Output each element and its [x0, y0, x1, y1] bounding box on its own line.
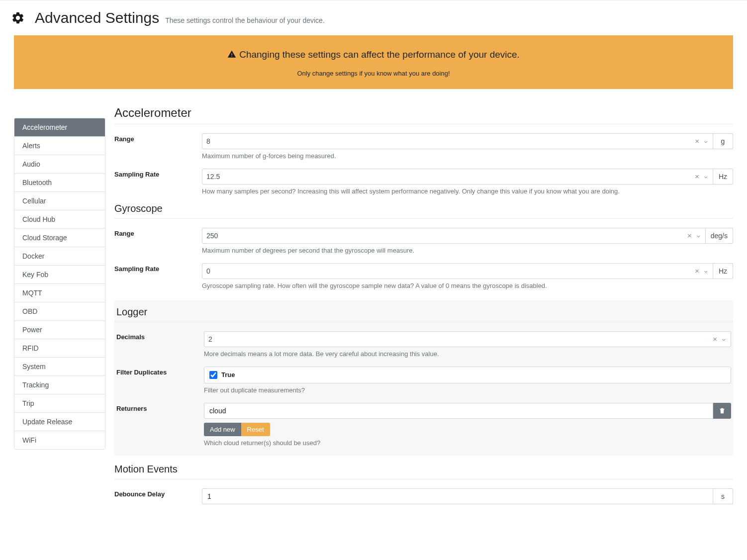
unit-addon: g [713, 133, 733, 149]
select-accel-range[interactable]: 8 × ⌵ [202, 133, 713, 149]
section-heading-logger: Logger [114, 300, 733, 322]
sidebar-item-trip[interactable]: Trip [14, 394, 105, 413]
delete-returner-button[interactable] [713, 403, 731, 419]
checkbox-label: True [221, 371, 235, 378]
help-text: More decimals means a lot more data. Be … [204, 350, 731, 358]
page-title: Advanced Settings [35, 9, 159, 26]
trash-icon [719, 407, 726, 414]
sidebar-item-power[interactable]: Power [14, 321, 105, 339]
chevron-down-icon[interactable]: ⌵ [701, 268, 709, 274]
label-decimals: Decimals [116, 331, 204, 358]
label-accel-range: Range [114, 133, 202, 160]
select-accel-rate[interactable]: 12.5 × ⌵ [202, 169, 713, 185]
select-value: 8 [206, 137, 693, 145]
clear-icon[interactable]: × [693, 267, 701, 275]
help-text: How many samples per second? Increasing … [202, 187, 733, 195]
gear-icon [11, 11, 25, 25]
sidebar-item-key-fob[interactable]: Key Fob [14, 266, 105, 284]
section-heading-accelerometer: Accelerometer [114, 101, 733, 124]
alert-sub-text: Only change settings if you know what yo… [24, 70, 723, 77]
select-gyro-range[interactable]: 250 × ⌵ [202, 228, 706, 244]
sidebar-item-tracking[interactable]: Tracking [14, 376, 105, 394]
chevron-down-icon[interactable]: ⌵ [701, 173, 709, 180]
help-text: Filter out duplicate measurements? [204, 386, 731, 394]
clear-icon[interactable]: × [693, 137, 701, 145]
input-returner[interactable] [204, 403, 713, 419]
sidebar-item-alerts[interactable]: Alerts [14, 137, 105, 155]
unit-addon: s [713, 488, 733, 504]
warning-alert: Changing these settings can affect the p… [14, 35, 733, 89]
sidebar-item-accelerometer[interactable]: Accelerometer [14, 118, 105, 137]
reset-button[interactable]: Reset [241, 423, 270, 436]
help-text: Maximum number of degrees per second tha… [202, 247, 733, 254]
sidebar-item-docker[interactable]: Docker [14, 247, 105, 266]
label-returners: Returners [116, 403, 204, 447]
add-new-button[interactable]: Add new [204, 423, 241, 436]
section-heading-motion-events: Motion Events [114, 459, 733, 479]
chevron-down-icon[interactable]: ⌵ [694, 232, 701, 239]
label-gyro-range: Range [114, 228, 202, 254]
unit-addon: deg/s [706, 228, 733, 244]
select-value: 12.5 [206, 173, 693, 181]
label-filter-duplicates: Filter Duplicates [116, 367, 204, 394]
sidebar-item-cellular[interactable]: Cellular [14, 192, 105, 210]
label-debounce-delay: Debounce Delay [114, 488, 202, 504]
sidebar-item-wifi[interactable]: WiFi [14, 431, 105, 449]
help-text: Maximum number of g-forces being measure… [202, 152, 733, 160]
select-decimals[interactable]: 2 × ⌵ [204, 331, 731, 347]
sidebar-item-system[interactable]: System [14, 358, 105, 376]
input-debounce-delay[interactable] [202, 488, 713, 504]
select-value: 2 [208, 335, 711, 343]
checkbox-filter-duplicates[interactable] [209, 371, 217, 379]
sidebar-item-update-release[interactable]: Update Release [14, 413, 105, 431]
unit-addon: Hz [713, 263, 733, 279]
page-subtitle: These settings control the behaviour of … [165, 16, 325, 24]
sidebar-item-audio[interactable]: Audio [14, 155, 105, 174]
alert-title-text: Changing these settings can affect the p… [239, 49, 520, 60]
chevron-down-icon[interactable]: ⌵ [719, 336, 727, 342]
sidebar-item-cloud-hub[interactable]: Cloud Hub [14, 210, 105, 229]
sidebar-item-cloud-storage[interactable]: Cloud Storage [14, 229, 105, 247]
clear-icon[interactable]: × [685, 232, 694, 239]
clear-icon[interactable]: × [711, 335, 719, 343]
unit-addon: Hz [713, 169, 733, 185]
warning-icon [227, 49, 236, 63]
sidebar-item-obd[interactable]: OBD [14, 302, 105, 321]
section-heading-gyroscope: Gyroscope [114, 198, 733, 219]
label-gyro-rate: Sampling Rate [114, 263, 202, 289]
select-value: 0 [206, 267, 693, 275]
help-text: Gyroscope sampling rate. How often will … [202, 282, 733, 289]
sidebar-item-bluetooth[interactable]: Bluetooth [14, 174, 105, 192]
chevron-down-icon[interactable]: ⌵ [701, 138, 709, 144]
label-accel-rate: Sampling Rate [114, 169, 202, 195]
sidebar-item-mqtt[interactable]: MQTT [14, 284, 105, 302]
help-text: Which cloud returner(s) should be used? [204, 439, 731, 447]
sidebar-item-rfid[interactable]: RFID [14, 339, 105, 358]
select-value: 250 [206, 232, 685, 240]
select-gyro-rate[interactable]: 0 × ⌵ [202, 263, 713, 279]
clear-icon[interactable]: × [693, 173, 701, 180]
